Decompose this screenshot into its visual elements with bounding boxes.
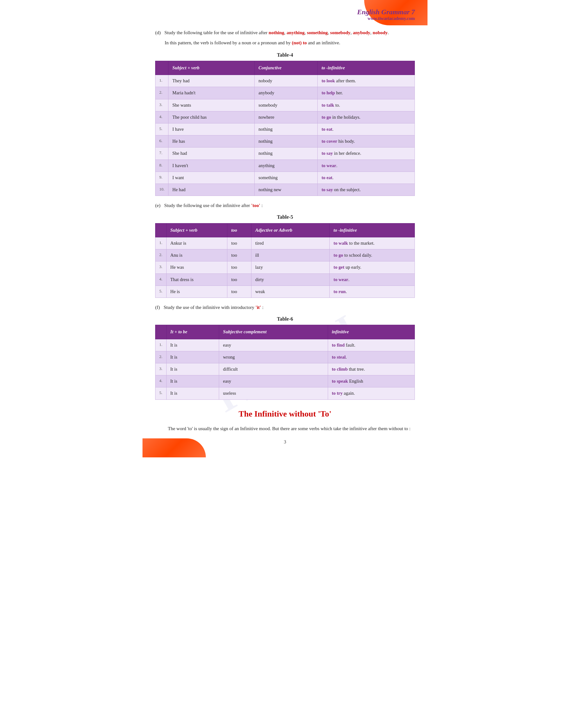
conjunctive: anybody xyxy=(255,87,318,99)
closing-paragraph: The word 'to' is usually the sign of an … xyxy=(155,425,415,433)
table-row: 9. I want something to eat. xyxy=(156,171,415,183)
table4-title: Table-4 xyxy=(155,51,415,59)
highlight-something: something xyxy=(307,30,328,35)
infinitive-without-to-heading: The Infinitive without 'To' xyxy=(155,408,415,421)
section-d-label: (d) xyxy=(155,29,161,36)
subject-verb: I haven't xyxy=(169,159,255,171)
row-num: 8. xyxy=(156,159,169,171)
subject-verb: Anu is xyxy=(166,249,227,261)
table4-header-conj: Conjunctive xyxy=(255,61,318,75)
to-infinitive: to talk to. xyxy=(318,99,415,111)
infinitive: to speak English xyxy=(328,376,414,388)
subjective-complement: difficult xyxy=(219,363,328,376)
to-infinitive: to say in her defence. xyxy=(318,147,415,159)
page-header: English Grammar 7 www.tiwariacademy.com xyxy=(155,6,415,24)
conjunctive: somebody xyxy=(255,99,318,111)
section-f-label: (f) xyxy=(155,303,160,311)
table5-col-num xyxy=(156,223,167,237)
row-num: 3. xyxy=(156,261,167,273)
subject-verb: Maria hadn't xyxy=(169,87,255,99)
too-word: too xyxy=(227,273,251,285)
to-infinitive: to help her. xyxy=(318,87,415,99)
row-num: 5. xyxy=(156,388,167,400)
it-to-be: It is xyxy=(166,339,219,351)
row-num: 2. xyxy=(156,87,169,99)
table6-col-num xyxy=(156,325,167,339)
subject-verb: I have xyxy=(169,123,255,135)
section-f-intro: (f) Study the use of the infinitive with… xyxy=(155,303,415,311)
table-row: 5. It is useless to try again. xyxy=(156,388,415,400)
row-num: 3. xyxy=(156,99,169,111)
to-infinitive: to eat. xyxy=(318,123,415,135)
adjective-adverb: weak xyxy=(251,285,330,297)
table-row: 1. It is easy to find fault. xyxy=(156,339,415,351)
highlight-not-to: (not) to xyxy=(292,40,307,45)
subjective-complement: easy xyxy=(219,376,328,388)
to-infinitive: to cover his body. xyxy=(318,135,415,147)
table-row: 5. I have nothing to eat. xyxy=(156,123,415,135)
table5-title: Table-5 xyxy=(155,213,415,221)
table-row: 6. He has nothing to cover his body. xyxy=(156,135,415,147)
it-to-be: It is xyxy=(166,376,219,388)
row-num: 1. xyxy=(156,237,167,249)
row-num: 3. xyxy=(156,363,167,376)
table-row: 3. She wants somebody to talk to. xyxy=(156,99,415,111)
main-content: (d) Study the following table for the us… xyxy=(155,29,415,433)
infinitive: to climb that tree. xyxy=(328,363,414,376)
subject-verb: He had xyxy=(169,183,255,196)
row-num: 4. xyxy=(156,111,169,123)
adjective-adverb: tired xyxy=(251,237,330,249)
to-infinitive: to wear. xyxy=(318,159,415,171)
subject-verb: He was xyxy=(166,261,227,273)
it-to-be: It is xyxy=(166,388,219,400)
highlight-anybody: anybody xyxy=(353,30,370,35)
too-word: too xyxy=(227,237,251,249)
infinitive: to steal. xyxy=(328,351,414,363)
row-num: 5. xyxy=(156,123,169,135)
adjective-adverb: dirty xyxy=(251,273,330,285)
table5-header-too: too xyxy=(227,223,251,237)
to-infinitive: to get up early. xyxy=(330,261,415,273)
section-d-pattern: In this pattern, the verb is followed by… xyxy=(165,39,415,47)
row-num: 2. xyxy=(156,249,167,261)
row-num: 4. xyxy=(156,273,167,285)
highlight-nothing: nothing xyxy=(269,30,284,35)
website-url: www.tiwariacademy.com xyxy=(155,16,415,21)
highlight-somebody: somebody xyxy=(330,30,350,35)
conjunctive: something xyxy=(255,171,318,183)
table5-header-subject: Subject + verb xyxy=(166,223,227,237)
section-f-text: Study the use of the infinitive with int… xyxy=(164,305,256,310)
table4-header-inf: to -infinitive xyxy=(318,61,415,75)
row-num: 4. xyxy=(156,376,167,388)
to-infinitive: to look after them. xyxy=(318,75,415,87)
table6: It + to be Subjective complement infinit… xyxy=(155,325,415,400)
conjunctive: nothing xyxy=(255,123,318,135)
section-e-text: Study the following use of the infinitiv… xyxy=(164,203,251,208)
table6-title: Table-6 xyxy=(155,315,415,323)
section-d-intro: (d) Study the following table for the us… xyxy=(155,29,415,36)
table6-header-inf: infinitive xyxy=(328,325,414,339)
subjective-complement: easy xyxy=(219,339,328,351)
table5: Subject + verb too Adjective or Adverb t… xyxy=(155,223,415,298)
subject-verb: She wants xyxy=(169,99,255,111)
infinitive: to try again. xyxy=(328,388,414,400)
subject-verb: Ankur is xyxy=(166,237,227,249)
section-e-label: (e) xyxy=(155,202,161,209)
section-d-text: Study the following table for the use of… xyxy=(164,30,269,35)
table-row: 1. Ankur is too tired to walk to the mar… xyxy=(156,237,415,249)
it-to-be: It is xyxy=(166,351,219,363)
row-num: 5. xyxy=(156,285,167,297)
table5-header-inf: to -infinitive xyxy=(330,223,415,237)
to-infinitive: to run. xyxy=(330,285,415,297)
row-num: 1. xyxy=(156,339,167,351)
table4-col-num xyxy=(156,61,169,75)
table-row: 2. Anu is too ill to go to school daily. xyxy=(156,249,415,261)
row-num: 10. xyxy=(156,183,169,196)
too-word: too xyxy=(227,261,251,273)
highlight-anything: anything xyxy=(287,30,305,35)
subject-verb: The poor child has xyxy=(169,111,255,123)
to-infinitive: to walk to the market. xyxy=(330,237,415,249)
subjective-complement: useless xyxy=(219,388,328,400)
subject-verb: He has xyxy=(169,135,255,147)
table4: Subject + verb Conjunctive to -infinitiv… xyxy=(155,61,415,196)
